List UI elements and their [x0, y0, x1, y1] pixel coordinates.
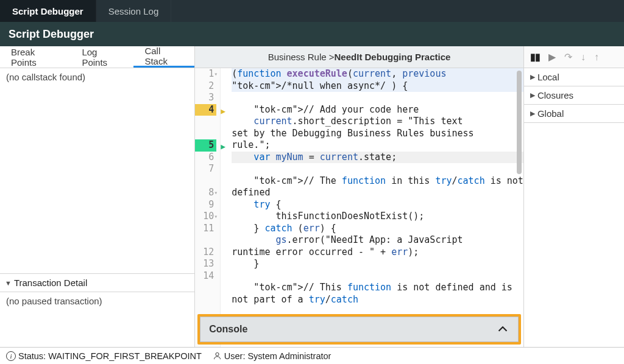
console-label: Console [209, 324, 247, 335]
center-panel: Business Rule > NeedIt Debugging Practic… [195, 46, 524, 347]
debug-toolbar: ▮▮ ▶ ↷ ↓ ↑ [524, 46, 624, 68]
transaction-detail-header[interactable]: ▼ Transaction Detail [0, 273, 194, 292]
scope-local[interactable]: ▶Local [524, 68, 624, 86]
scrollbar[interactable] [517, 71, 522, 174]
breadcrumb-prefix: Business Rule > [268, 52, 335, 62]
transaction-detail-label: Transaction Detail [14, 278, 87, 288]
caret-right-icon: ▶ [530, 73, 535, 81]
scope-global-label: Global [537, 108, 564, 119]
info-icon: i [6, 351, 16, 361]
user-icon [213, 351, 222, 360]
step-into-icon[interactable]: ↓ [581, 52, 586, 63]
tab-callstack[interactable]: Call Stack [133, 46, 194, 68]
svg-point-0 [216, 352, 219, 355]
scope-local-label: Local [537, 72, 559, 82]
tab-session-log[interactable]: Session Log [96, 0, 172, 22]
user-value: System Administrator [247, 351, 331, 361]
step-out-icon[interactable]: ↑ [594, 52, 599, 63]
right-panel: ▮▮ ▶ ↷ ↓ ↑ ▶Local ▶Closures ▶Global [524, 46, 624, 347]
transaction-empty-text: (no paused transaction) [0, 292, 194, 347]
left-panel: Break Points Log Points Call Stack (no c… [0, 46, 195, 347]
caret-right-icon: ▶ [530, 110, 535, 117]
scope-closures[interactable]: ▶Closures [524, 86, 624, 105]
play-icon[interactable]: ▶ [548, 51, 556, 63]
caret-right-icon: ▶ [530, 91, 535, 99]
status-bar: i Status: WAITING_FOR_FIRST_BREAKPOINT U… [0, 347, 624, 364]
scope-closures-label: Closures [537, 90, 573, 100]
console-panel-highlight: Console [197, 314, 521, 345]
top-tab-bar: Script Debugger Session Log [0, 0, 624, 22]
breadcrumb-item[interactable]: NeedIt Debugging Practice [335, 52, 451, 62]
tab-logpoints[interactable]: Log Points [71, 46, 133, 68]
pause-icon[interactable]: ▮▮ [530, 51, 540, 63]
chevron-up-icon [496, 323, 509, 336]
tab-script-debugger[interactable]: Script Debugger [0, 0, 96, 22]
callstack-empty-text: (no callstack found) [0, 68, 194, 273]
status-label: Status: [18, 351, 46, 361]
code-editor[interactable]: 1▾2345678▾910▾11121314 ▶▶ (function exec… [195, 68, 523, 347]
status-value: WAITING_FOR_FIRST_BREAKPOINT [48, 351, 202, 361]
step-over-icon[interactable]: ↷ [564, 51, 572, 63]
page-title: Script Debugger [0, 22, 624, 46]
scope-global[interactable]: ▶Global [524, 105, 624, 123]
breadcrumb: Business Rule > NeedIt Debugging Practic… [195, 46, 523, 68]
user-label: User: [224, 351, 246, 361]
console-toggle[interactable]: Console [200, 317, 519, 342]
caret-down-icon: ▼ [5, 279, 12, 287]
tab-breakpoints[interactable]: Break Points [0, 46, 71, 68]
